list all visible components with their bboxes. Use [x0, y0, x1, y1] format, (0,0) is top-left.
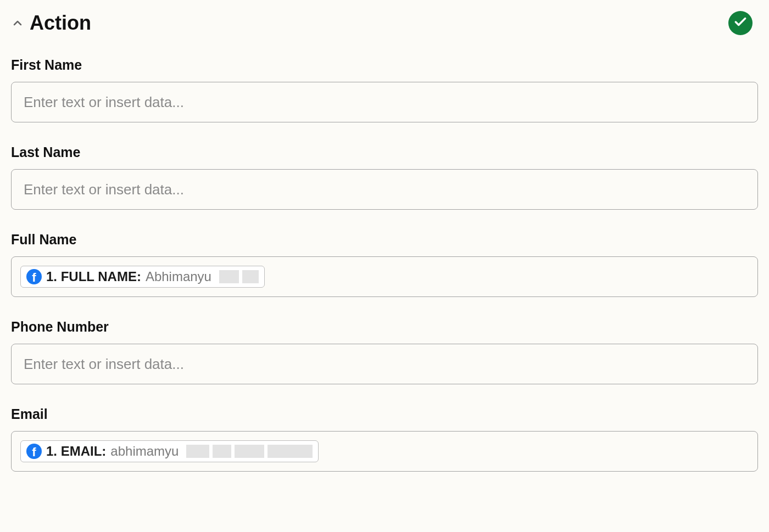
section-header-toggle[interactable]: Action: [11, 12, 91, 35]
field-first-name: First Name: [11, 57, 758, 122]
last-name-input[interactable]: [11, 169, 758, 210]
section-header: Action: [11, 11, 758, 35]
email-label: Email: [11, 406, 758, 422]
status-success-badge: [728, 11, 753, 35]
pill-value: Abhimanyu: [146, 269, 211, 284]
redacted-placeholder: [219, 270, 259, 283]
pill-label: 1. FULL NAME:: [46, 269, 141, 284]
first-name-input[interactable]: [11, 82, 758, 122]
facebook-icon: f: [26, 444, 42, 459]
redacted-placeholder: [186, 445, 313, 458]
full-name-data-pill[interactable]: f 1. FULL NAME: Abhimanyu: [20, 266, 265, 288]
field-email: Email f 1. EMAIL: abhimamyu: [11, 406, 758, 472]
pill-value: abhimamyu: [110, 444, 179, 459]
full-name-label: Full Name: [11, 232, 758, 248]
first-name-label: First Name: [11, 57, 758, 73]
phone-number-label: Phone Number: [11, 319, 758, 335]
email-data-pill[interactable]: f 1. EMAIL: abhimamyu: [20, 440, 319, 462]
field-full-name: Full Name f 1. FULL NAME: Abhimanyu: [11, 232, 758, 297]
last-name-label: Last Name: [11, 144, 758, 160]
field-last-name: Last Name: [11, 144, 758, 210]
pill-label: 1. EMAIL:: [46, 444, 106, 459]
phone-number-input[interactable]: [11, 344, 758, 384]
full-name-input[interactable]: f 1. FULL NAME: Abhimanyu: [11, 256, 758, 297]
field-phone-number: Phone Number: [11, 319, 758, 384]
email-input[interactable]: f 1. EMAIL: abhimamyu: [11, 431, 758, 472]
section-title: Action: [30, 12, 91, 35]
chevron-up-icon: [11, 16, 24, 30]
check-icon: [733, 15, 748, 31]
facebook-icon: f: [26, 269, 42, 284]
